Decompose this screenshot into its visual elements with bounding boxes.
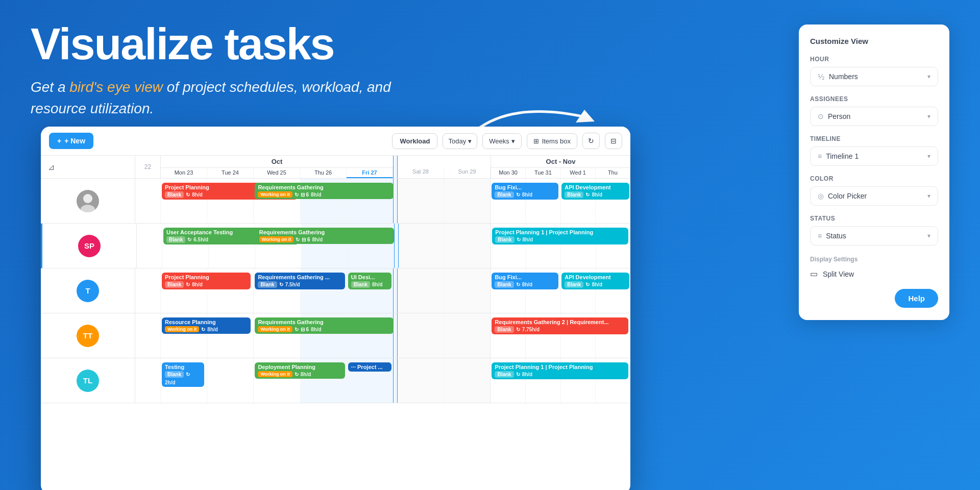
- timeline-icon: ≡: [818, 152, 822, 160]
- task-req-3[interactable]: Requirements Gathering ... Blank ↻ 7.5h/…: [254, 272, 346, 290]
- task-deploy-5[interactable]: Deployment Planning Working on it ↻ 8h/d: [254, 361, 346, 380]
- status-dropdown[interactable]: ≡ Status ▾: [810, 226, 938, 246]
- task-ui-3[interactable]: UI Desi... Blank 8h/d: [347, 272, 393, 290]
- badge-blank: Blank: [165, 371, 184, 378]
- today-label: Today: [448, 137, 466, 145]
- badge-blank: Blank: [495, 281, 513, 288]
- row4-oct-cells: Resource Planning Working on it ↻ 8h/d R…: [161, 313, 394, 358]
- day-mon30: Mon 30: [491, 168, 526, 178]
- sync-icon: ↻: [295, 327, 299, 332]
- row3-oct-cells: Project Planning Blank ↻ 8h/d Requiremen…: [161, 268, 394, 313]
- day-tue24: Tue 24: [207, 168, 254, 178]
- person-cell-5: TL: [41, 358, 135, 403]
- task-req-2[interactable]: Requirements Gathering Working on it ↻ ⊟…: [255, 227, 396, 245]
- grid-icon: ⊞: [533, 137, 539, 145]
- split-view-row[interactable]: ▭ Split View: [810, 269, 938, 279]
- sep-5: [394, 358, 398, 403]
- row3-tasks: Project Planning Blank ↻ 8h/d Requiremen…: [135, 268, 630, 313]
- cal-row-2: SP User Acceptance Testing Blank ↻ 6.5h/…: [41, 224, 630, 268]
- status-dropdown-left: ≡ Status: [818, 232, 846, 240]
- avatar-2: SP: [78, 235, 101, 257]
- hour-dropdown[interactable]: ⅟₂ Numbers ▾: [810, 67, 938, 86]
- hours: 8h/d: [522, 282, 533, 287]
- week-44: [394, 156, 398, 178]
- cal-row-1: Project Planning Blank ↻ 8h/d Requiremen…: [41, 179, 630, 224]
- badge-blank: Blank: [565, 191, 583, 198]
- task-rp-4[interactable]: Resource Planning Working on it ↻ 8h/d: [161, 316, 252, 335]
- d-sat28: [398, 179, 444, 223]
- d5-tue24: [207, 358, 254, 403]
- chevron-down-icon-timeline: ▾: [927, 153, 930, 160]
- row2-weekend: [399, 224, 492, 268]
- settings-button[interactable]: ⊟: [605, 133, 622, 149]
- hours: 8h/d: [311, 192, 322, 198]
- timeline-dropdown[interactable]: ≡ Timeline 1 ▾: [810, 146, 938, 166]
- filter-icon[interactable]: ⊿: [48, 162, 55, 172]
- d4-sat28: [398, 313, 444, 358]
- refresh-button[interactable]: ↻: [582, 133, 600, 149]
- task-pp-3[interactable]: Project Planning Blank ↻ 8h/d: [161, 272, 252, 290]
- task-proj-5[interactable]: ··· Project ...: [347, 361, 393, 373]
- svg-point-2: [81, 205, 95, 212]
- hours: 8h/d: [311, 327, 322, 332]
- row1-oct-cells: Project Planning Blank ↻ 8h/d Requiremen…: [161, 179, 394, 223]
- sync-icon: ↻: [296, 237, 300, 242]
- assignees-dropdown[interactable]: ⊙ Person ▾: [810, 107, 938, 126]
- color-dropdown-left: ◎ Color Picker: [818, 192, 867, 200]
- task-label: ··· Project ...: [351, 364, 388, 370]
- row3-octnov: Bug Fixi... Blank ↻ 8h/d API Development: [491, 268, 630, 313]
- person-cell-2: SP: [42, 224, 137, 268]
- task-label: Project Planning: [165, 274, 248, 280]
- hours: 8h/d: [312, 237, 323, 242]
- hours: 2h/d: [165, 380, 176, 385]
- hours: 8h/d: [372, 282, 383, 287]
- day-wed25: Wed 25: [254, 168, 300, 178]
- person-cell-1: [41, 179, 135, 223]
- task-pp1-5[interactable]: Project Planning 1 | Project Planning Bl…: [491, 361, 629, 380]
- assignees-label: Assignees: [810, 95, 938, 103]
- items-box-button[interactable]: ⊞ Items box: [527, 133, 577, 149]
- badge-working: Working on it: [259, 236, 293, 242]
- sync-icon: ↻: [295, 372, 299, 377]
- plus-icon: +: [57, 137, 61, 145]
- color-dropdown[interactable]: ◎ Color Picker ▾: [810, 186, 938, 206]
- subtitle-highlight: bird's eye view: [69, 79, 163, 95]
- new-button[interactable]: + + New: [49, 133, 93, 149]
- help-button[interactable]: Help: [895, 289, 938, 308]
- task-api-dev-1[interactable]: API Development Blank ↻ 8h/d: [560, 182, 630, 201]
- task-api-3[interactable]: API Development Blank ↻ 8h/d: [560, 272, 630, 290]
- col-22: 22: [135, 156, 161, 178]
- cell-22-5: [135, 358, 161, 403]
- split-view-label: Split View: [823, 270, 854, 278]
- day-wed1: Wed 1: [561, 168, 596, 178]
- task-label: API Development: [565, 274, 626, 280]
- color-label: Color: [810, 175, 938, 182]
- task-rg2-4[interactable]: Requirements Gathering 2 | Requirement..…: [491, 316, 629, 335]
- badge-blank: Blank: [166, 236, 185, 243]
- cal-row-4: TT Resource Planning Working on it ↻ 8h/…: [41, 313, 630, 358]
- calendar-body: Project Planning Blank ↻ 8h/d Requiremen…: [41, 179, 630, 403]
- badge-blank: Blank: [495, 236, 514, 243]
- sub-icon: ⊟ 6: [301, 327, 309, 332]
- task-bug-fix-1[interactable]: Bug Fixi... Blank ↻ 8h/d: [491, 182, 559, 201]
- weeks-button[interactable]: Weeks ▾: [482, 133, 522, 149]
- task-req-4[interactable]: Requirements Gathering Working on it ↻ ⊟…: [254, 316, 395, 335]
- day-thu26: Thu 26: [300, 168, 347, 178]
- day-mon23: Mon 23: [161, 168, 207, 178]
- task-pp1-2[interactable]: Project Planning 1 | Project Planning Bl…: [491, 227, 629, 246]
- cell-22-1: [135, 179, 161, 223]
- task-req-gathering-1[interactable]: Requirements Gathering Working on it ↻ ⊟…: [254, 182, 395, 200]
- person-icon: ⊙: [818, 112, 824, 120]
- task-bug-3[interactable]: Bug Fixi... Blank ↻ 8h/d: [491, 272, 559, 290]
- workload-button[interactable]: Workload: [392, 133, 437, 149]
- sync-icon: ↻: [585, 192, 590, 198]
- assignees-value: Person: [828, 112, 850, 120]
- status-value: Status: [826, 232, 846, 240]
- app-panel: + + New Workload Today ▾ Weeks ▾ ⊞ Items…: [41, 127, 630, 490]
- task-testing-5[interactable]: Testing Blank ↻ 2h/d: [161, 361, 205, 388]
- cell-22-2: [137, 224, 162, 268]
- task-label: UI Desi...: [351, 274, 388, 280]
- today-button[interactable]: Today ▾: [443, 133, 477, 149]
- timeline-label: Timeline: [810, 135, 938, 142]
- row4-weekend: [398, 313, 491, 358]
